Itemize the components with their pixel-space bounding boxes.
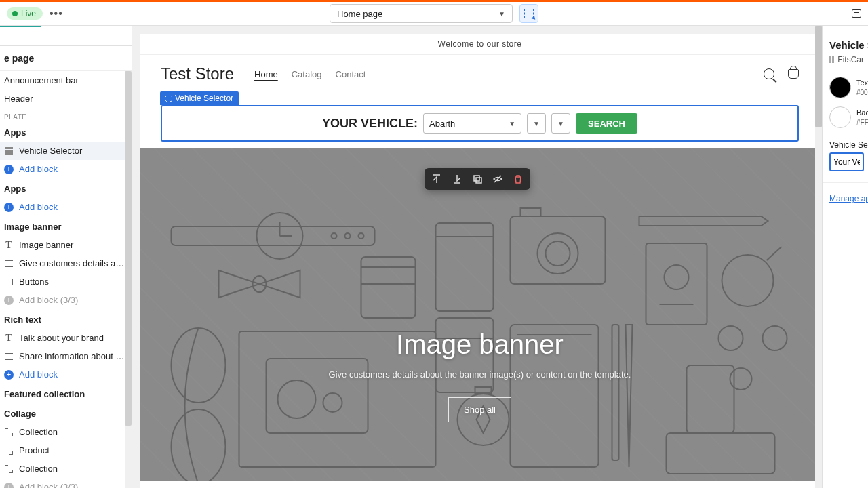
field-label: Vehicle Selec [829,140,864,150]
store-title[interactable]: Test Store [161,64,234,83]
duplicate-button[interactable] [472,174,483,184]
store-nav: Home Catalog Contact [254,69,366,79]
svg-point-4 [332,233,337,239]
nav-contact[interactable]: Contact [336,69,366,79]
section-collage[interactable]: Collage [0,403,132,423]
svg-rect-8 [361,257,416,318]
top-bar: Live ••• Home page ▼ [0,0,868,26]
svg-point-24 [172,328,226,403]
scrollbar-thumb[interactable] [125,71,132,426]
store-header: Test Store Home Catalog Contact [140,55,819,93]
section-list: Announcement bar Header PLATE Apps Vehic… [0,71,132,488]
text-color-setting[interactable]: Text C #0000 [829,77,864,98]
text-icon: T [4,241,14,250]
chevron-down-icon: ▼ [557,120,564,127]
left-scrollbar[interactable] [125,71,132,488]
right-panel: Vehicle Sel FitsCar Text C #0000 Backg #… [822,26,868,488]
divider [823,182,868,183]
block-vehicle-selector[interactable]: Vehicle Selector [0,142,132,160]
inspector-icon [524,9,534,18]
section-apps-2[interactable]: Apps [0,178,132,198]
block-share-info[interactable]: Share information about yo... [0,347,132,365]
left-panel: e page Announcement bar Header PLATE App… [0,26,132,488]
vehicle-year-select[interactable]: ▼ [551,113,570,134]
add-block-disabled: + Add block (3/3) [0,291,132,309]
page-select-value: Home page [337,9,382,19]
svg-point-5 [345,233,351,239]
section-rich-text[interactable]: Rich text [0,309,132,329]
svg-line-42 [494,176,501,182]
announcement-bar[interactable]: Welcome to our store [140,34,819,55]
move-up-button[interactable] [431,174,442,184]
section-featured-collection[interactable]: Featured collection [0,384,132,403]
vehicle-search-button[interactable]: SEARCH [576,113,637,134]
delete-button[interactable] [513,174,524,184]
bg-color-setting[interactable]: Backg #FFF [829,106,864,128]
vehicle-model-select[interactable]: ▼ [527,113,546,134]
svg-rect-18 [521,208,541,216]
plus-icon: + [4,203,14,212]
svg-rect-41 [476,178,481,183]
device-preview-icon[interactable] [852,9,861,18]
live-badge: Live [7,7,43,20]
block-talk-brand[interactable]: T Talk about your brand [0,329,132,347]
svg-point-36 [763,326,787,350]
section-image-banner[interactable]: Image banner [0,216,132,236]
svg-rect-19 [646,243,707,325]
page-title: e page [0,46,132,71]
banner-heading[interactable]: Image banner [329,329,631,360]
block-image-banner-text[interactable]: Give customers details abo... [0,254,132,272]
block-image-banner-heading[interactable]: T Image banner [0,236,132,254]
manage-app-link[interactable]: Manage app [829,194,868,203]
cart-icon[interactable] [788,69,799,79]
hide-button[interactable] [492,174,503,184]
svg-point-25 [172,409,226,481]
section-announcement-bar[interactable]: Announcement bar [0,71,132,89]
svg-point-20 [665,265,689,289]
add-block-button-3[interactable]: + Add block [0,365,132,384]
banner-placeholder-illustration [140,148,819,481]
template-label: PLATE [0,108,132,122]
page-selector-group: Home page ▼ [330,4,538,23]
color-swatch-white[interactable] [829,106,851,128]
page-select[interactable]: Home page ▼ [330,4,513,23]
live-dot-icon [12,11,18,16]
section-header[interactable]: Header [0,89,132,108]
block-collection-2[interactable]: Collection [0,460,132,478]
main-area: e page Announcement bar Header PLATE App… [0,26,868,488]
app-source[interactable]: FitsCar [829,55,864,64]
search-icon[interactable] [764,68,774,79]
svg-rect-38 [687,365,734,433]
paragraph-icon [4,259,14,268]
nav-catalog[interactable]: Catalog [292,69,322,79]
button-icon [4,277,14,287]
move-down-button[interactable] [452,174,462,184]
vehicle-make-select[interactable]: Abarth ▼ [423,113,521,134]
selected-section[interactable]: ⛶ Vehicle Selector YOUR VEHICLE: Abarth … [161,105,799,142]
plus-icon: + [4,296,14,305]
vehicle-label-input[interactable] [829,152,864,171]
block-product[interactable]: Product [0,441,132,460]
block-buttons[interactable]: Buttons [0,272,132,291]
banner-subtext[interactable]: Give customers details about the banner … [329,369,631,380]
more-icon[interactable]: ••• [50,7,63,20]
left-panel-tabs[interactable] [0,26,132,46]
scrollbar-thumb[interactable] [815,26,822,127]
add-block-disabled-2: + Add block (3/3) [0,478,132,488]
frame-icon [4,446,14,455]
section-apps[interactable]: Apps [0,122,132,142]
color-swatch-black[interactable] [829,77,851,98]
canvas-scrollbar[interactable] [815,26,822,488]
inspector-toggle-button[interactable] [519,4,538,23]
nav-home[interactable]: Home [254,69,278,79]
canvas-wrapper: Welcome to our store Test Store Home Cat… [132,26,822,488]
image-banner[interactable]: Image banner Give customers details abou… [140,148,819,481]
selection-tag[interactable]: ⛶ Vehicle Selector [160,92,239,105]
block-collection-1[interactable]: Collection [0,423,132,441]
add-block-button-2[interactable]: + Add block [0,198,132,216]
add-block-button[interactable]: + Add block [0,160,132,178]
chevron-down-icon: ▼ [509,120,515,127]
banner-button[interactable]: Shop all [448,397,511,422]
svg-rect-40 [474,176,479,181]
svg-point-22 [722,255,774,306]
